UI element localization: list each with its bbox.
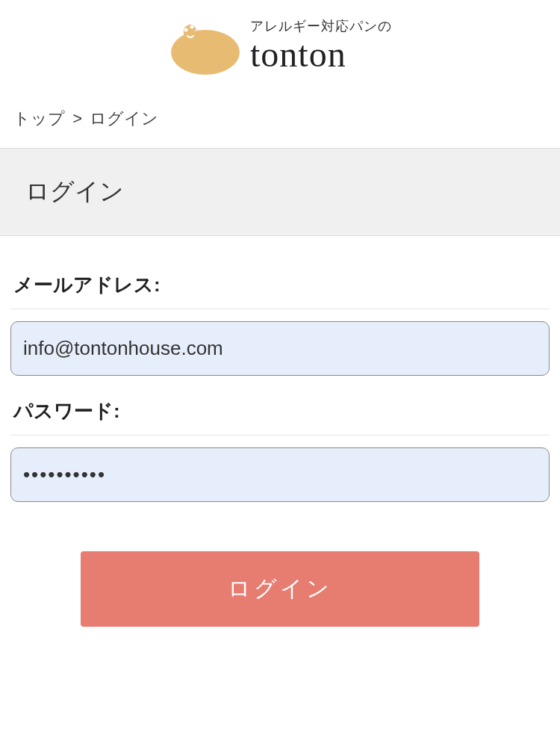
login-button[interactable]: ログイン [81, 551, 479, 627]
breadcrumb-home[interactable]: トップ [13, 109, 65, 128]
breadcrumb-separator: > [72, 109, 82, 128]
divider [10, 309, 550, 309]
breadcrumb: トップ > ログイン [0, 97, 560, 148]
page-title: ログイン [25, 176, 535, 208]
divider [10, 435, 550, 436]
logo-tagline: アレルギー対応パンの [250, 17, 392, 35]
logo-icon [168, 15, 243, 75]
svg-point-1 [184, 28, 188, 32]
svg-point-2 [190, 25, 194, 29]
logo-text: アレルギー対応パンの tonton [250, 17, 392, 72]
submit-wrap: ログイン [10, 524, 550, 657]
password-field[interactable] [10, 447, 550, 502]
email-label: メールアドレス: [10, 272, 550, 309]
logo-brand: tonton [250, 37, 346, 72]
svg-point-0 [171, 30, 240, 75]
header: アレルギー対応パンの tonton [0, 0, 560, 97]
section-header: ログイン [0, 148, 560, 236]
login-form: メールアドレス: パスワード: ログイン [0, 236, 560, 657]
password-label: パスワード: [10, 398, 550, 435]
breadcrumb-current: ログイン [90, 109, 158, 128]
email-field[interactable] [10, 321, 550, 376]
logo[interactable]: アレルギー対応パンの tonton [168, 15, 392, 75]
